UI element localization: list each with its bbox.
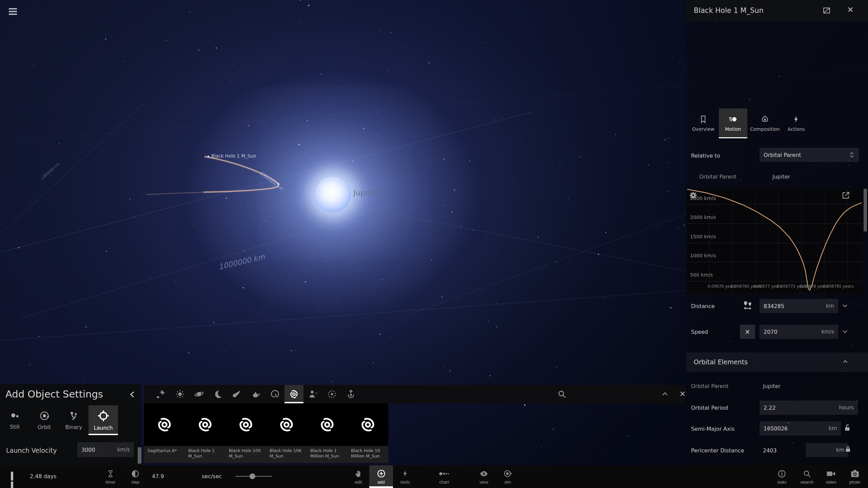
selected-object-label[interactable]: Black Hole 1 M_Sun [208, 153, 256, 159]
distance-waypoints-icon[interactable] [742, 300, 753, 311]
object-item-sagittarius-a[interactable]: Sagittarius A* [144, 403, 185, 463]
semi-major-axis-input[interactable]: 1650026km [760, 421, 841, 435]
speed-input[interactable]: 2070km/s [760, 325, 838, 339]
category-teapot-icon[interactable] [246, 385, 265, 403]
lock-closed-icon[interactable] [844, 445, 852, 453]
close-icon[interactable]: ✕ [845, 5, 856, 15]
photo-button[interactable]: photo [843, 465, 867, 488]
distance-expand-chevron-icon[interactable] [842, 302, 848, 309]
tab-composition[interactable]: Composition [751, 108, 779, 138]
category-particle-ring-icon[interactable] [322, 385, 341, 403]
category-star-icon[interactable] [171, 385, 190, 403]
video-camera-icon [826, 469, 836, 479]
time-rate-slider-handle[interactable] [250, 473, 255, 479]
semi-major-axis-label: Semi-Major Axis [691, 426, 735, 432]
collapse-panel-chevron-left-icon[interactable] [128, 390, 137, 399]
object-item-black-hole-100[interactable]: Black Hole 100 M_Sun [225, 403, 266, 463]
add-panel-title: Add Object Settings [5, 388, 103, 400]
object-category-bar: ✕ [144, 385, 686, 403]
mode-launch[interactable]: Launch [88, 405, 118, 435]
picker-search-icon[interactable] [552, 385, 571, 403]
object-properties-panel: Black Hole 1 M_Sun ✕ Overview Motion Com… [686, 0, 868, 465]
launch-velocity-input[interactable]: 3000km/s [77, 442, 134, 457]
pause-button[interactable] [7, 471, 17, 482]
motion-icon [728, 115, 738, 124]
video-button[interactable]: video [819, 465, 843, 488]
sim-button[interactable]: sim [496, 465, 519, 488]
time-rate-value: 47.9 [152, 473, 164, 480]
view-button[interactable]: view [472, 465, 496, 488]
dots-icon [439, 469, 450, 479]
speed-time-chart[interactable]: 2500 km/s 2000 km/s 1500 km/s 1000 km/s … [687, 189, 862, 293]
y-tick: 1000 km/s [690, 253, 716, 258]
bottom-toolbar: 2.48 days timer step 47.9 sec/sec edit a… [0, 465, 868, 488]
open-chart-external-icon[interactable] [841, 191, 850, 200]
tab-motion[interactable]: Motion [719, 108, 747, 138]
black-hole-icon [185, 403, 225, 446]
object-item-black-hole-1[interactable]: Black Hole 1 M_Sun [185, 403, 225, 463]
hourglass-icon [106, 469, 115, 479]
chart-button[interactable]: chart [432, 465, 456, 488]
info-icon [777, 469, 786, 479]
category-character-icon[interactable] [303, 385, 322, 403]
category-black-hole-icon[interactable] [284, 385, 303, 403]
object-item-black-hole-1m[interactable]: Black Hole 1 Million M_Sun [307, 403, 348, 463]
tab-overview[interactable]: Overview [689, 108, 717, 138]
orbital-period-label: Orbital Period [691, 405, 728, 411]
stats-button[interactable]: stats [770, 465, 794, 488]
search-icon [803, 469, 811, 479]
tools-button[interactable]: tools [393, 465, 417, 488]
timer-button[interactable]: timer [99, 465, 122, 488]
category-launcher-icon[interactable] [341, 385, 360, 403]
speed-expand-chevron-icon[interactable] [842, 328, 848, 335]
category-moon-icon[interactable] [209, 385, 228, 403]
object-marker-dot [208, 156, 209, 157]
category-comet-icon[interactable] [228, 385, 246, 403]
object-item-black-hole-10m[interactable]: Black Hole 10 Million M_Sun [348, 403, 388, 463]
chart-settings-gear-icon[interactable] [689, 191, 698, 200]
tab-actions[interactable]: Actions [782, 108, 810, 138]
lock-open-icon[interactable] [843, 423, 852, 432]
speed-label: Speed [691, 329, 708, 335]
mode-binary[interactable]: Binary [59, 405, 88, 435]
relative-to-select[interactable]: Orbital Parent [760, 148, 859, 162]
add-plus-icon [377, 469, 386, 479]
photo-camera-icon [850, 469, 860, 479]
add-panel-scrollbar[interactable] [138, 447, 141, 464]
orbital-elements-section-header[interactable]: Orbital Elements [686, 352, 868, 372]
category-planet-icon[interactable] [190, 385, 209, 403]
mode-still[interactable]: Still [0, 405, 29, 435]
pericenter-unit-box[interactable]: km [806, 443, 848, 457]
category-star-system-icon[interactable] [152, 385, 171, 403]
sim-orbit-icon [503, 469, 512, 479]
picker-close-icon[interactable]: ✕ [673, 385, 692, 403]
launch-crosshair-icon [97, 410, 110, 422]
object-item-black-hole-10k[interactable]: Black Hole 10K M_Sun [266, 403, 307, 463]
edit-button[interactable]: edit [347, 465, 370, 488]
orbital-period-input[interactable]: 2.22hours [760, 401, 858, 415]
picker-collapse-chevron-up-icon[interactable] [655, 385, 674, 403]
menu-hamburger-icon[interactable] [7, 7, 19, 16]
orbital-parent-value: Jupiter [772, 174, 790, 180]
bookmark-icon [699, 115, 708, 124]
y-tick: 500 km/s [690, 272, 713, 278]
speed-clear-button[interactable]: ✕ [740, 325, 755, 339]
composition-icon [761, 115, 769, 124]
add-object-settings-panel: Add Object Settings Still Orbit Binary L… [0, 384, 141, 465]
category-galaxy-icon[interactable] [265, 385, 284, 403]
pericenter-distance-label: Pericenter Distance [691, 447, 744, 454]
still-icon [9, 411, 21, 421]
distance-input[interactable]: 834285km [760, 299, 838, 313]
step-button[interactable]: step [123, 465, 147, 488]
collapse-chevron-up-icon[interactable] [842, 358, 849, 365]
hide-panel-icon[interactable] [820, 5, 833, 16]
panel-scrollbar[interactable] [864, 189, 867, 231]
mode-orbit[interactable]: Orbit [29, 405, 59, 435]
distance-label: Distance [691, 303, 715, 309]
hand-icon [354, 469, 362, 479]
add-button[interactable]: add [369, 465, 393, 488]
universe-sandbox-app: Jupiter Black Hole 1 M_Sun 1000000 km 10… [0, 0, 868, 488]
time-rate-unit: sec/sec [202, 473, 222, 480]
binary-icon [68, 410, 79, 421]
search-button[interactable]: search [795, 465, 819, 488]
